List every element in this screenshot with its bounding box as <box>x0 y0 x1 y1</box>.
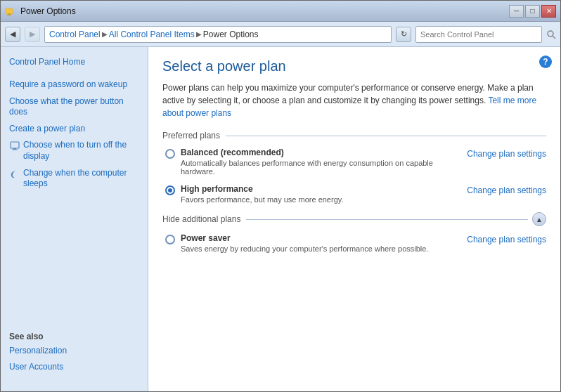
moon-icon <box>9 169 20 180</box>
sidebar-item-require-password[interactable]: Require a password on wakeup <box>9 79 139 91</box>
plan-name-power-saver: Power saver <box>181 233 458 243</box>
sidebar-link-text: Change when the computer sleeps <box>23 168 139 190</box>
intro-text: Power plans can help you maximize your c… <box>162 81 546 119</box>
plan-item-balanced: Balanced (recommended) Automatically bal… <box>162 148 546 176</box>
see-also-label: See also <box>9 332 139 341</box>
plan-desc-power-saver: Saves energy by reducing your computer's… <box>181 244 458 253</box>
window: Power Options ─ □ ✕ ◀ ▶ Control Panel ▶ … <box>0 0 561 392</box>
intro-text-content: Power plans can help you maximize your c… <box>162 83 534 105</box>
plan-desc-balanced: Automatically balances performance with … <box>181 159 458 176</box>
svg-rect-2 <box>7 15 11 15</box>
sidebar-item-user-accounts[interactable]: User Accounts <box>9 362 139 373</box>
breadcrumb: Control Panel ▶ All Control Panel Items … <box>44 26 392 43</box>
svg-point-3 <box>548 31 553 37</box>
refresh-button[interactable]: ↻ <box>396 27 411 42</box>
sidebar-link-text: Choose what the power button does <box>9 96 139 118</box>
plan-name-high-performance: High performance <box>181 184 458 194</box>
preferred-plans-line <box>226 136 546 136</box>
search-input[interactable] <box>415 26 542 43</box>
title-bar-controls: ─ □ ✕ <box>509 5 556 18</box>
breadcrumb-sep-2: ▶ <box>196 30 202 38</box>
hidden-plans-line <box>246 219 528 220</box>
breadcrumb-control-panel[interactable]: Control Panel <box>49 30 101 39</box>
plan-details-balanced: Balanced (recommended) Automatically bal… <box>181 148 458 176</box>
sidebar-links: Require a password on wakeup Choose what… <box>1 77 148 201</box>
plan-radio-power-saver[interactable] <box>165 235 175 244</box>
title-bar-title: Power Options <box>20 6 76 16</box>
svg-rect-5 <box>11 142 19 148</box>
plan-radio-high-performance[interactable] <box>165 185 175 195</box>
sidebar-item-power-button[interactable]: Choose what the power button does <box>9 96 139 118</box>
help-icon[interactable]: ? <box>539 55 552 68</box>
breadcrumb-all-items[interactable]: All Control Panel Items <box>109 30 195 39</box>
change-plan-settings-balanced[interactable]: Change plan settings <box>467 149 546 159</box>
title-bar-left: Power Options <box>5 6 76 17</box>
collapse-button[interactable]: ▲ <box>532 212 546 226</box>
sidebar-link-text: Require a password on wakeup <box>9 79 139 91</box>
address-bar: ◀ ▶ Control Panel ▶ All Control Panel It… <box>1 22 560 47</box>
plan-name-balanced: Balanced (recommended) <box>181 148 458 157</box>
main-panel: ? Select a power plan Power plans can he… <box>148 47 560 391</box>
sidebar-link-text: Create a power plan <box>9 124 139 135</box>
sidebar-item-computer-sleeps[interactable]: Change when the computer sleeps <box>9 168 139 190</box>
plan-details-power-saver: Power saver Saves energy by reducing you… <box>181 233 458 253</box>
plan-radio-balanced[interactable] <box>165 149 175 159</box>
change-plan-settings-power-saver[interactable]: Change plan settings <box>467 235 546 244</box>
svg-rect-6 <box>13 148 16 150</box>
user-accounts-link: User Accounts <box>9 362 139 373</box>
breadcrumb-sep-1: ▶ <box>102 30 108 38</box>
see-also-section: See also Personalization User Accounts <box>1 326 148 384</box>
breadcrumb-current: Power Options <box>203 30 259 39</box>
sidebar-item-personalization[interactable]: Personalization <box>9 346 139 357</box>
sidebar-item-create-plan[interactable]: Create a power plan <box>9 124 139 135</box>
sidebar-home[interactable]: Control Panel Home <box>1 54 148 70</box>
search-icon <box>546 30 556 39</box>
hidden-plans-label: Hide additional plans <box>162 214 246 224</box>
hidden-plans-header: Hide additional plans ▲ <box>162 212 546 226</box>
sidebar-link-text: Choose when to turn off the display <box>23 140 139 162</box>
plan-item-power-saver: Power saver Saves energy by reducing you… <box>162 233 546 253</box>
sidebar-divider <box>1 201 148 326</box>
preferred-plans-header: Preferred plans <box>162 131 546 141</box>
maximize-button[interactable]: □ <box>525 5 540 18</box>
svg-rect-7 <box>12 150 18 150</box>
preferred-plans-label: Preferred plans <box>162 131 226 141</box>
svg-rect-1 <box>8 13 11 15</box>
plan-details-high-performance: High performance Favors performance, but… <box>181 184 458 204</box>
title-bar: Power Options ─ □ ✕ <box>1 1 560 22</box>
sidebar: Control Panel Home Require a password on… <box>1 47 148 391</box>
plan-desc-high-performance: Favors performance, but may use more ene… <box>181 195 458 204</box>
svg-line-4 <box>553 36 555 39</box>
svg-rect-0 <box>6 8 13 14</box>
minimize-button[interactable]: ─ <box>509 5 524 18</box>
plan-item-high-performance: High performance Favors performance, but… <box>162 184 546 204</box>
window-icon <box>5 6 16 17</box>
monitor-icon <box>9 141 20 152</box>
forward-button[interactable]: ▶ <box>25 27 40 42</box>
close-button[interactable]: ✕ <box>541 5 556 18</box>
back-button[interactable]: ◀ <box>5 27 20 42</box>
change-plan-settings-high-performance[interactable]: Change plan settings <box>467 185 546 195</box>
sidebar-item-turn-off-display[interactable]: Choose when to turn off the display <box>9 140 139 162</box>
content-area: Control Panel Home Require a password on… <box>1 47 560 391</box>
page-title: Select a power plan <box>162 58 546 74</box>
personalization-link: Personalization <box>9 346 139 357</box>
